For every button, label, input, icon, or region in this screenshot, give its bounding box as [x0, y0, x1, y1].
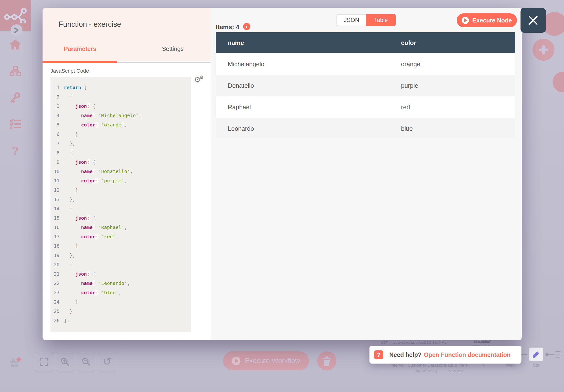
bg-node-label: IF	[481, 363, 485, 368]
code-line: 1return [	[50, 83, 191, 92]
code-line: 13 },	[50, 195, 191, 204]
chevron-right-icon	[14, 28, 19, 33]
node-output-panel: Items: 4 i JSON Table Execute Node name …	[210, 8, 522, 340]
sitemap-icon	[10, 66, 21, 76]
bg-node-label: Set	[533, 363, 539, 368]
bg-node-set	[529, 347, 543, 362]
bg-node-label: Wait	[506, 363, 514, 368]
undo-icon: ↺	[103, 356, 112, 367]
result-table-body: MichelangeloorangeDonatellopurpleRaphael…	[216, 53, 515, 139]
node-title: Function - exercise	[58, 20, 121, 29]
code-line: 21 json: {	[50, 269, 191, 279]
node-detail-modal: Function - exercise Parameters Settings …	[42, 8, 522, 340]
code-line: 12 }	[50, 185, 191, 195]
code-line: 10 name: 'Donatello',	[50, 167, 191, 176]
view-table-button[interactable]: Table	[366, 14, 396, 26]
code-line: 20 {	[50, 260, 191, 269]
info-icon[interactable]: i	[243, 23, 250, 30]
sidebar-item-workflows[interactable]	[9, 65, 22, 77]
code-line: 18 }	[50, 241, 191, 251]
code-line: 3 json: {	[50, 102, 191, 111]
bg-node-subtitle: GET: https://www.thecocktail...	[381, 340, 429, 344]
execute-workflow-label: Execute Workflow	[245, 357, 300, 365]
sidebar-item-help[interactable]: ?	[9, 144, 22, 157]
code-line: 17 color: 'red',	[50, 232, 191, 241]
open-documentation-link[interactable]: Open Function documentation	[424, 351, 510, 358]
checklist-icon	[10, 119, 21, 129]
node-header	[42, 8, 210, 61]
tab-settings[interactable]: Settings	[151, 45, 194, 52]
items-count: Items: 4	[216, 23, 239, 31]
code-line: 25 }	[50, 307, 191, 316]
code-line: 11 color: 'purple',	[50, 176, 191, 185]
output-table: name color MichelangeloorangeDonatellopu…	[216, 32, 515, 139]
code-line: 24 }	[50, 297, 191, 307]
play-icon	[232, 357, 240, 365]
code-field-label: JavaScript Code	[50, 68, 89, 74]
view-json-button[interactable]: JSON	[336, 14, 366, 26]
code-line: 22 name: 'Leonardo',	[50, 279, 191, 288]
app-root: ? ↺ Execute Workflow GET:	[0, 0, 564, 392]
n8n-logo-icon	[4, 8, 27, 23]
close-modal-button[interactable]	[521, 8, 546, 33]
code-line: 14 {	[50, 204, 191, 213]
close-icon	[528, 15, 538, 25]
bg-node-label: Date & Time	[444, 363, 468, 368]
column-header-name: name	[216, 32, 401, 53]
code-line: 15 json: {	[50, 213, 191, 223]
connector-line	[521, 354, 525, 355]
code-line: 7 },	[50, 139, 191, 148]
zoom-in-button[interactable]	[56, 352, 74, 371]
table-header-row: name color	[216, 32, 515, 53]
code-line: 19 },	[50, 251, 191, 260]
sidebar-item-home[interactable]	[9, 38, 22, 51]
bg-node-circle	[552, 72, 564, 92]
connector-line	[548, 354, 554, 355]
tab-parameters[interactable]: Parameters	[58, 45, 102, 52]
sidebar-item-credentials[interactable]	[9, 91, 22, 104]
active-tab-underline	[42, 61, 117, 63]
code-line: 2 {	[50, 92, 191, 102]
bg-node-sub: getAllPeople	[416, 369, 438, 373]
zoom-out-icon	[82, 357, 90, 366]
gift-icon	[9, 357, 21, 369]
code-line: 9 json: {	[50, 157, 191, 167]
expand-icon	[40, 358, 48, 366]
code-line: 8 {	[50, 148, 191, 157]
bg-node-subtitle: JSON to XML	[425, 340, 446, 344]
trash-icon	[322, 356, 331, 366]
whats-new-button[interactable]	[9, 356, 22, 369]
question-mark-icon: ?	[12, 144, 19, 157]
table-row: Leonardoblue	[216, 118, 515, 139]
code-line: 26];	[50, 316, 191, 325]
bg-node-label: Interval	[390, 363, 404, 368]
code-line: 23 color: 'blue',	[50, 288, 191, 297]
code-line: 5 color: 'orange',	[50, 120, 191, 129]
execute-node-label: Execute Node	[472, 17, 512, 24]
tab-divider	[117, 62, 210, 63]
reset-zoom-button[interactable]: ↺	[98, 352, 116, 371]
add-node-button[interactable]	[533, 39, 554, 61]
code-line: 16 name: 'Raphael',	[50, 223, 191, 232]
execute-workflow-button[interactable]: Execute Workflow	[223, 351, 309, 370]
code-line: 6 }	[50, 129, 191, 139]
delete-workflow-button[interactable]	[317, 351, 336, 370]
help-toast: ? Need help? Open Function documentation	[370, 346, 522, 364]
zoom-to-fit-button[interactable]	[35, 352, 53, 371]
connector-add-button: +	[555, 351, 561, 358]
key-icon	[10, 92, 21, 103]
sidebar-item-executions[interactable]	[9, 118, 22, 130]
code-options-gear-icon[interactable]: ⚙⚙	[194, 76, 201, 84]
zoom-in-icon	[61, 357, 69, 366]
table-row: Raphaelred	[216, 96, 515, 118]
zoom-out-button[interactable]	[77, 352, 95, 371]
node-parameters-panel: Function - exercise Parameters Settings …	[42, 8, 210, 340]
table-row: Donatellopurple	[216, 75, 515, 96]
play-icon	[462, 17, 469, 24]
pencil-icon	[532, 350, 540, 359]
output-view-toggle: JSON Table	[336, 14, 396, 26]
execute-node-button[interactable]: Execute Node	[457, 13, 517, 27]
help-question-icon: ?	[374, 350, 383, 359]
code-editor[interactable]: 1return [2 {3 json: {4 name: 'Michelange…	[50, 77, 191, 332]
sidebar-collapse-button[interactable]	[11, 24, 22, 36]
